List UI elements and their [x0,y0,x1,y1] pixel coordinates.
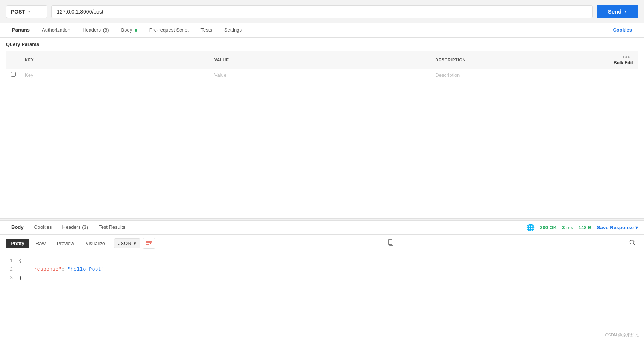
response-tab-headers[interactable]: Headers (3) [57,221,93,234]
query-params-section: Query Params KEY VALUE DESCRIPTION ••• B… [0,38,644,81]
response-status: 200 OK [540,225,557,230]
response-time: 3 ms [562,225,573,230]
globe-icon[interactable]: 🌐 [526,224,535,232]
key-input-cell[interactable]: Key [20,69,210,81]
tab-headers[interactable]: Headers (8) [76,23,115,37]
params-table: KEY VALUE DESCRIPTION ••• Bulk Edit [6,51,638,81]
svg-rect-4 [388,240,392,244]
bulk-edit-button[interactable]: Bulk Edit [614,60,633,65]
request-tabs: Params Authorization Headers (8) Body Pr… [0,23,644,38]
query-params-label: Query Params [6,41,638,47]
search-icon [629,239,636,246]
method-chevron-icon: ▾ [28,9,30,14]
code-key: "response" [31,266,61,272]
line-num-3: 3 [6,274,13,283]
send-chevron-icon: ▾ [624,9,627,14]
response-area: Body Cookies Headers (3) Test Results 🌐 … [0,221,644,341]
desc-placeholder: Description [435,72,460,78]
response-format-bar: Pretty Raw Preview Visualize JSON ▾ [0,235,644,252]
svg-line-6 [634,244,635,245]
row-actions [608,69,638,81]
tab-body[interactable]: Body [115,23,143,37]
tab-authorization[interactable]: Authorization [36,23,76,37]
svg-point-5 [630,240,634,244]
copy-button[interactable] [385,238,396,249]
response-tab-cookies[interactable]: Cookies [29,221,57,234]
save-response-button[interactable]: Save Response ▾ [597,225,638,230]
code-line-3: 3 } [6,274,638,283]
row-checkbox[interactable] [6,69,21,81]
response-code: 1 { 2 "response": "hello Post" 3 } [0,252,644,341]
watermark: CSDN @原来如此 [605,332,639,338]
tab-pre-request[interactable]: Pre-request Script [143,23,195,37]
response-size: 148 B [579,225,592,230]
table-row: Key Value Description [6,69,638,81]
value-placeholder: Value [214,72,226,78]
format-selector-label: JSON [118,241,131,246]
checkbox-col-header [6,51,21,69]
wrap-button[interactable] [143,238,155,249]
format-tab-raw[interactable]: Raw [31,239,50,248]
wrap-icon [146,240,152,245]
top-bar: POST ▾ 127.0.0.1:8000/post Send ▾ [0,0,644,23]
code-line-1: 1 { [6,257,638,265]
format-selector-chevron-icon: ▾ [134,241,136,246]
checkbox-input[interactable] [11,72,16,77]
tab-cookies[interactable]: Cookies [607,23,638,37]
key-placeholder: Key [25,72,33,78]
app-container: POST ▾ 127.0.0.1:8000/post Send ▾ Params… [0,0,644,341]
code-bracket-close: } [19,274,22,283]
code-bracket-open: { [19,257,22,265]
tab-tests[interactable]: Tests [195,23,218,37]
line-num-2: 2 [6,265,13,274]
response-status-info: 🌐 200 OK 3 ms 148 B Save Response ▾ [526,224,638,232]
response-headers-badge: (3) [82,224,88,230]
value-col-header: VALUE [210,51,431,69]
send-button[interactable]: Send ▾ [597,5,638,18]
response-tab-test-results[interactable]: Test Results [93,221,131,234]
url-input[interactable]: 127.0.0.1:8000/post [51,5,593,18]
actions-col-header: ••• Bulk Edit [608,51,638,69]
response-tab-body[interactable]: Body [6,221,29,234]
tab-settings[interactable]: Settings [218,23,248,37]
key-col-header: KEY [20,51,210,69]
code-value: "hello Post" [68,266,104,272]
format-tab-pretty[interactable]: Pretty [6,239,29,248]
method-selector[interactable]: POST ▾ [6,5,47,18]
code-keyval: "response": "hello Post" [19,265,104,274]
desc-input-cell[interactable]: Description [431,69,608,81]
format-selector[interactable]: JSON ▾ [114,238,140,248]
line-num-1: 1 [6,257,13,265]
format-tab-preview[interactable]: Preview [52,239,79,248]
search-button[interactable] [627,238,638,249]
send-label: Send [608,8,622,15]
request-body-area: Query Params KEY VALUE DESCRIPTION ••• B… [0,38,644,218]
desc-col-header: DESCRIPTION [431,51,608,69]
method-label: POST [11,9,25,15]
response-tabs-bar: Body Cookies Headers (3) Test Results 🌐 … [0,221,644,235]
copy-icon [387,239,394,246]
code-line-2: 2 "response": "hello Post" [6,265,638,274]
value-input-cell[interactable]: Value [210,69,431,81]
body-dot [135,29,137,32]
tab-params[interactable]: Params [6,23,36,37]
headers-badge: (8) [103,27,109,33]
more-options-icon[interactable]: ••• [623,54,630,60]
format-tab-visualize[interactable]: Visualize [81,239,109,248]
url-value: 127.0.0.1:8000/post [57,9,103,15]
